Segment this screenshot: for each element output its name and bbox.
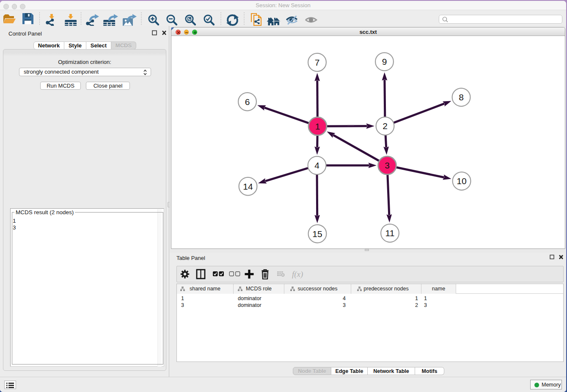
svg-text:15: 15 — [312, 229, 322, 239]
svg-text:7: 7 — [315, 58, 320, 67]
svg-text:10: 10 — [457, 176, 466, 186]
svg-text:14: 14 — [243, 182, 253, 191]
svg-text:11: 11 — [385, 228, 395, 238]
svg-text:3: 3 — [385, 160, 390, 170]
svg-text:f(x): f(x) — [292, 270, 303, 279]
svg-text:8: 8 — [459, 92, 464, 102]
svg-text:1: 1 — [315, 121, 320, 131]
svg-text:6: 6 — [245, 97, 250, 107]
svg-text:2: 2 — [383, 121, 388, 131]
svg-text:9: 9 — [382, 57, 387, 66]
svg-text:4: 4 — [314, 160, 319, 170]
